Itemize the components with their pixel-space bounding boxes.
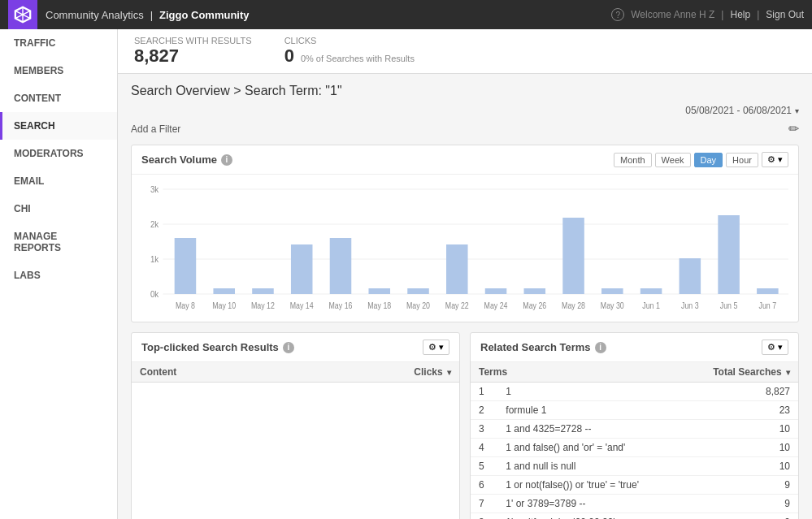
row-count: 9: [705, 495, 798, 513]
search-volume-gear-button[interactable]: ⚙ ▾: [762, 152, 788, 167]
svg-rect-16: [485, 288, 507, 294]
top-clicked-table: Content Clicks ▾: [132, 362, 459, 383]
table-row[interactable]: 2 formule 1 23: [471, 401, 798, 420]
top-clicked-gear-button[interactable]: ⚙ ▾: [423, 340, 449, 355]
sidebar-item-members[interactable]: MEMBERS: [0, 57, 117, 84]
row-term: 1 and 4325=2728 --: [497, 420, 705, 439]
svg-rect-15: [446, 244, 468, 294]
help-icon: ?: [611, 8, 624, 21]
table-row[interactable]: 7 1' or 3789=3789 -- 9: [471, 495, 798, 513]
svg-text:Jun 3: Jun 3: [681, 301, 699, 310]
sign-out-link[interactable]: Sign Out: [766, 9, 804, 20]
row-num: 7: [471, 495, 497, 513]
stat-searches-with-results: SEARCHES WITH RESULTS 8,827: [134, 36, 252, 67]
svg-text:May 12: May 12: [251, 301, 275, 310]
clicks-value: 0: [284, 45, 294, 67]
row-num: 4: [471, 439, 497, 457]
table-row[interactable]: 6 1 or not(false()) or 'true' = 'true' 9: [471, 476, 798, 495]
svg-text:May 14: May 14: [290, 301, 314, 310]
svg-rect-9: [213, 288, 235, 294]
date-filter-row: 05/08/2021 - 06/08/2021 ▾: [131, 105, 799, 116]
svg-text:1k: 1k: [150, 254, 159, 264]
svg-text:May 26: May 26: [523, 301, 546, 310]
top-clicked-card: Top-clicked Search Results i ⚙ ▾ Content…: [131, 332, 460, 519]
table-row[interactable]: 3 1 and 4325=2728 -- 10: [471, 420, 798, 439]
period-buttons: Month Week Day Hour ⚙ ▾: [614, 152, 788, 167]
row-term: 1 and null is null: [497, 457, 705, 476]
svg-rect-11: [291, 244, 313, 294]
table-row[interactable]: 4 1 and false() and 'or' = 'and' 10: [471, 439, 798, 457]
search-volume-info-icon[interactable]: i: [221, 154, 232, 166]
top-clicked-header: Top-clicked Search Results i ⚙ ▾: [132, 333, 459, 362]
svg-rect-17: [524, 288, 546, 294]
svg-rect-23: [757, 288, 779, 294]
sidebar-item-labs[interactable]: LABS: [0, 262, 117, 289]
bottom-row: Top-clicked Search Results i ⚙ ▾ Content…: [131, 332, 799, 519]
row-term: 1';waitfor delay '00:00:29'--: [497, 513, 705, 520]
col-content: Content: [132, 362, 295, 383]
sidebar-item-moderators[interactable]: MODERATORS: [0, 140, 117, 167]
svg-rect-13: [368, 288, 390, 294]
sidebar: TRAFFIC MEMBERS CONTENT SEARCH MODERATOR…: [0, 29, 118, 519]
row-count: 10: [705, 457, 798, 476]
svg-text:May 8: May 8: [176, 301, 195, 310]
search-volume-title-text: Search Volume: [141, 154, 217, 166]
row-term: 1' or 3789=3789 --: [497, 495, 705, 513]
svg-text:May 20: May 20: [406, 301, 430, 310]
stats-bar: SEARCHES WITH RESULTS 8,827 CLICKS 0 0% …: [118, 29, 812, 74]
filter-edit-icon[interactable]: ✏: [788, 121, 799, 136]
row-term: formule 1: [497, 401, 705, 420]
svg-rect-8: [175, 238, 197, 294]
date-range-text: 05/08/2021 - 06/08/2021: [685, 105, 792, 116]
clicks-sub: 0% of Searches with Results: [301, 54, 415, 63]
table-row[interactable]: 1 1 8,827: [471, 383, 798, 401]
svg-rect-20: [640, 288, 662, 294]
related-search-gear-button[interactable]: ⚙ ▾: [762, 340, 788, 355]
row-term: 1 or not(false()) or 'true' = 'true': [497, 476, 705, 495]
nav-right: ? Welcome Anne H Z | Help | Sign Out: [611, 8, 804, 21]
table-row[interactable]: 8 1';waitfor delay '00:00:29'-- 9: [471, 513, 798, 520]
svg-text:May 30: May 30: [601, 301, 624, 310]
top-nav: Community Analytics | Ziggo Community ? …: [0, 0, 812, 29]
svg-text:3k: 3k: [150, 184, 159, 194]
related-search-table-container[interactable]: Terms Total Searches ▾ 1 1 8,827 2 formu…: [471, 362, 798, 519]
row-term: 1 and false() and 'or' = 'and': [497, 439, 705, 457]
period-month-button[interactable]: Month: [614, 153, 652, 167]
row-count: 9: [705, 513, 798, 520]
sidebar-item-manage-reports[interactable]: MANAGE REPORTS: [0, 223, 117, 262]
stat-clicks: CLICKS 0 0% of Searches with Results: [284, 36, 415, 67]
related-search-info-icon[interactable]: i: [595, 342, 606, 353]
sidebar-item-chi[interactable]: CHI: [0, 195, 117, 223]
help-link[interactable]: Help: [730, 9, 750, 20]
top-clicked-info-icon[interactable]: i: [283, 342, 294, 353]
row-count: 23: [705, 401, 798, 420]
row-count: 10: [705, 420, 798, 439]
svg-rect-18: [562, 218, 584, 294]
related-search-title: Related Search Terms i: [480, 341, 606, 353]
col-terms: Terms: [471, 362, 705, 383]
svg-text:Jun 7: Jun 7: [759, 301, 777, 310]
sidebar-item-email[interactable]: EMAIL: [0, 167, 117, 195]
row-num: 8: [471, 513, 497, 520]
app-name: Community Analytics: [46, 9, 144, 21]
sidebar-item-content[interactable]: CONTENT: [0, 84, 117, 112]
row-num: 5: [471, 457, 497, 476]
svg-text:0k: 0k: [150, 289, 159, 299]
sidebar-item-search[interactable]: SEARCH: [0, 112, 117, 140]
search-volume-card: Search Volume i Month Week Day Hour ⚙ ▾ …: [131, 145, 799, 322]
svg-rect-21: [680, 258, 701, 294]
svg-text:May 24: May 24: [484, 301, 508, 310]
date-filter[interactable]: 05/08/2021 - 06/08/2021 ▾: [685, 105, 799, 116]
related-search-table: Terms Total Searches ▾ 1 1 8,827 2 formu…: [471, 362, 798, 519]
svg-text:May 22: May 22: [445, 301, 469, 310]
sidebar-item-traffic[interactable]: TRAFFIC: [0, 29, 117, 57]
welcome-text: Welcome Anne H Z: [631, 9, 714, 20]
related-search-title-text: Related Search Terms: [480, 341, 591, 353]
app-logo: [8, 0, 37, 29]
period-hour-button[interactable]: Hour: [726, 153, 758, 167]
table-row[interactable]: 5 1 and null is null 10: [471, 457, 798, 476]
period-week-button[interactable]: Week: [655, 153, 691, 167]
period-day-button[interactable]: Day: [694, 153, 723, 167]
svg-rect-14: [407, 288, 429, 294]
add-filter-button[interactable]: Add a Filter: [131, 123, 180, 135]
